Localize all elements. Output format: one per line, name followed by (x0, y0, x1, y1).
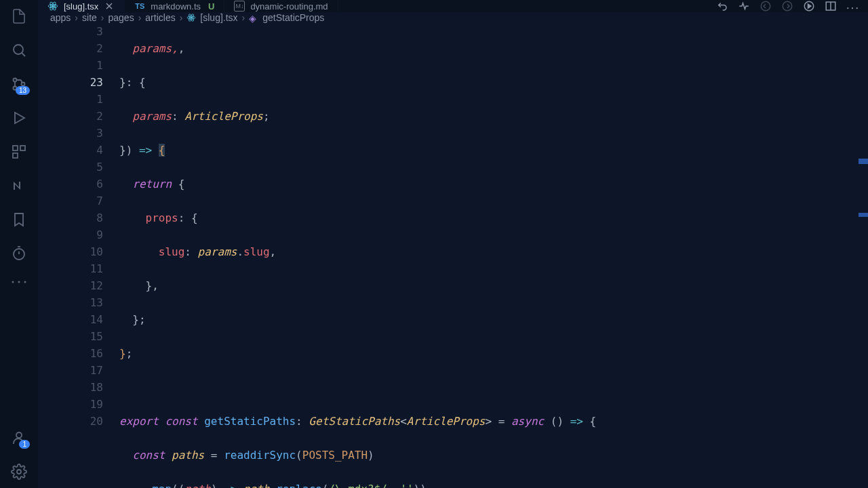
symbol-method-icon: ◈ (249, 13, 258, 22)
account-icon[interactable]: 1 (9, 428, 28, 447)
tab-label: markdown.ts (151, 1, 201, 12)
go-back-icon[interactable] (716, 0, 728, 12)
svg-point-29 (847, 7, 848, 9)
svg-rect-8 (13, 153, 18, 158)
tab-dynamic-routing-md[interactable]: M↓ dynamic-routing.md (224, 0, 338, 12)
timer-icon[interactable] (9, 244, 28, 263)
react-icon (47, 1, 58, 12)
svg-point-32 (191, 17, 192, 18)
modified-status: U (208, 1, 214, 12)
tab-label: dynamic-routing.md (250, 1, 328, 12)
svg-point-2 (14, 79, 17, 82)
extensions-icon[interactable] (9, 142, 28, 161)
react-icon (186, 13, 196, 22)
svg-point-14 (24, 281, 26, 283)
markdown-icon: M↓ (234, 1, 245, 12)
crumb-articles[interactable]: articles (145, 12, 175, 23)
search-icon[interactable] (9, 41, 28, 60)
tab-actions (716, 0, 868, 12)
editor-group: [slug].tsx TS markdown.ts U M↓ dynamic-r… (38, 0, 868, 488)
crumb-file[interactable]: [slug].tsx (200, 12, 237, 23)
crumb-pages[interactable]: pages (108, 12, 134, 23)
minimap[interactable] (859, 23, 868, 488)
activity-bar: 13 1 (0, 0, 38, 488)
nav-prev-icon[interactable] (760, 0, 772, 12)
svg-point-23 (761, 1, 770, 11)
more-icon[interactable] (9, 278, 28, 286)
explorer-icon[interactable] (9, 7, 28, 26)
nx-icon[interactable] (9, 176, 28, 195)
svg-point-0 (14, 45, 23, 54)
chevron-right-icon: › (180, 12, 183, 23)
code-editor[interactable]: 3 2 1 23 1 2 3 4 5 6 7 8 9 10 11 12 13 1… (38, 23, 868, 488)
run-icon[interactable] (803, 0, 815, 12)
svg-rect-7 (20, 146, 25, 150)
svg-point-17 (52, 5, 54, 7)
minimap-marker (859, 159, 868, 164)
svg-point-4 (22, 83, 25, 86)
svg-point-31 (856, 7, 858, 9)
source-control-icon[interactable]: 13 (9, 75, 28, 94)
split-editor-icon[interactable] (825, 0, 837, 12)
chevron-right-icon: › (138, 12, 142, 23)
tab-bar: [slug].tsx TS markdown.ts U M↓ dynamic-r… (38, 0, 868, 12)
bookmark-icon[interactable] (9, 210, 28, 229)
crumb-apps[interactable]: apps (50, 12, 71, 23)
svg-point-12 (12, 281, 14, 283)
svg-point-16 (17, 470, 21, 474)
svg-rect-6 (13, 146, 18, 150)
svg-point-24 (783, 1, 792, 11)
chevron-right-icon: › (101, 12, 104, 23)
code-content[interactable]: params,, }: { params: ArticleProps; }) =… (119, 23, 859, 488)
nav-next-icon[interactable] (781, 0, 793, 12)
account-badge: 1 (19, 440, 30, 449)
close-icon[interactable] (104, 1, 115, 12)
more-actions-icon[interactable] (846, 0, 859, 12)
crumb-symbol[interactable]: getStaticProps (262, 12, 324, 23)
line-numbers: 3 2 1 23 1 2 3 4 5 6 7 8 9 10 11 12 13 1… (38, 23, 119, 488)
tab-markdown-ts[interactable]: TS markdown.ts U (125, 0, 224, 12)
chevron-right-icon: › (75, 12, 78, 23)
svg-point-13 (18, 281, 20, 283)
breadcrumbs[interactable]: apps › site › pages › articles › [slug].… (38, 12, 868, 23)
svg-point-30 (852, 7, 853, 9)
svg-line-1 (22, 53, 25, 56)
ts-icon: TS (134, 1, 145, 12)
compare-icon[interactable] (738, 0, 750, 12)
svg-marker-5 (15, 113, 24, 123)
tab-label: [slug].tsx (64, 1, 98, 12)
chevron-right-icon: › (242, 12, 245, 23)
svg-marker-26 (808, 4, 812, 8)
crumb-site[interactable]: site (82, 12, 97, 23)
svg-point-15 (16, 432, 22, 438)
tab-slug-tsx[interactable]: [slug].tsx (38, 0, 125, 12)
gear-icon[interactable] (9, 462, 28, 481)
minimap-marker (859, 213, 868, 217)
debug-icon[interactable] (9, 108, 28, 127)
scm-badge: 13 (16, 86, 30, 95)
